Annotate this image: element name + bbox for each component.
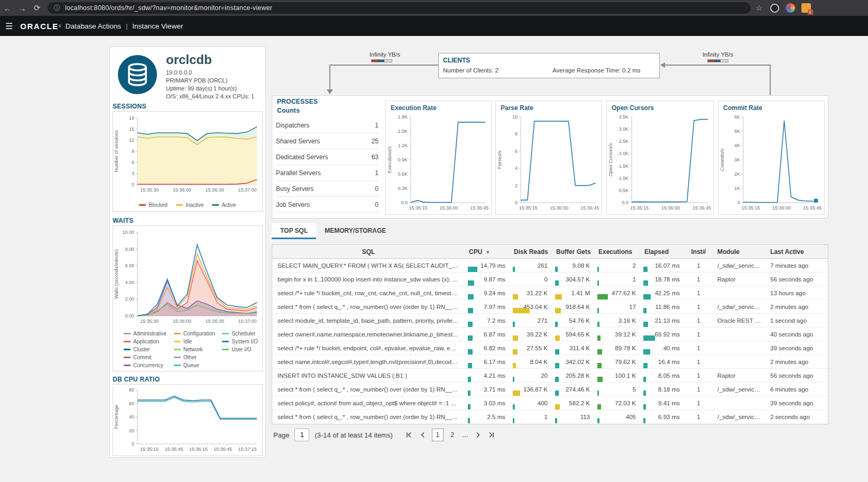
tab-memory-storage[interactable]: MEMORY/STORAGE bbox=[316, 223, 394, 239]
metric-bar bbox=[555, 267, 558, 272]
metric-bar bbox=[643, 404, 646, 410]
svg-text:0: 0 bbox=[737, 200, 740, 205]
waits-heading: WAITS bbox=[113, 217, 134, 224]
page-title: Instance Viewer bbox=[132, 22, 183, 30]
clients-panel: CLIENTS Number of Clients: 2 Average Res… bbox=[438, 53, 660, 78]
metric-bar bbox=[597, 294, 608, 299]
extension-icon[interactable]: 1 bbox=[801, 3, 811, 13]
processes-heading: PROCESSES bbox=[277, 98, 318, 105]
metric-bar bbox=[468, 404, 470, 410]
count-label: Dispatchers bbox=[276, 122, 309, 129]
metric-bar bbox=[513, 308, 530, 313]
table-row[interactable]: begin for x in 1..100000 loop insert int… bbox=[272, 272, 828, 286]
table-row[interactable]: select module_id, template_id, base_path… bbox=[272, 314, 828, 328]
count-value: 0 bbox=[375, 201, 378, 208]
page-number-button[interactable]: … bbox=[461, 431, 469, 439]
sql-cell: select * from ( select q_.* , row_number… bbox=[272, 386, 465, 393]
svg-text:15:36:00: 15:36:00 bbox=[173, 187, 191, 193]
column-header-sql[interactable]: SQL bbox=[272, 248, 465, 256]
legend-swatch bbox=[176, 204, 183, 206]
cpu-cell: 4.21 ms bbox=[465, 372, 510, 379]
table-row[interactable]: select name,intcol#,segcol#,type#,length… bbox=[272, 355, 828, 369]
next-page-button[interactable] bbox=[471, 429, 485, 441]
table-row[interactable]: select * from ( select q_.* , row_number… bbox=[272, 383, 828, 396]
count-label: Job Servers bbox=[276, 201, 310, 208]
sql-cell: select module_id, template_id, base_path… bbox=[272, 317, 465, 324]
column-header-executions[interactable]: Executions bbox=[594, 248, 640, 256]
last-active-cell: 56 seconds ago bbox=[766, 372, 828, 379]
legend-item: Queue bbox=[174, 361, 215, 369]
table-row[interactable]: select * from ( select q_.* , row_number… bbox=[272, 410, 828, 424]
table-row[interactable]: select owner#,name,namespace,remoteowner… bbox=[272, 328, 828, 341]
svg-text:15:36:45: 15:36:45 bbox=[580, 205, 599, 211]
rate-bar-red-segment bbox=[372, 60, 377, 62]
last-active-cell: 7 minutes ago bbox=[766, 262, 828, 269]
sql-cell: select * from ( select q_.* , row_number… bbox=[272, 414, 465, 420]
open-cursors-panel: Open Cursors 0.00.5K1.0K1.5K2.0K2.5K3.0K… bbox=[606, 101, 714, 215]
page-input[interactable] bbox=[294, 429, 309, 441]
table-row[interactable]: select policy#, action# from aud_object_… bbox=[272, 396, 828, 410]
column-header-cpu[interactable]: CPU▼ bbox=[465, 248, 510, 256]
svg-text:40: 40 bbox=[129, 414, 134, 420]
table-row[interactable]: select /*+ rule */ bucket_cnt, row_cnt, … bbox=[272, 286, 828, 300]
column-header-disk-reads[interactable]: Disk Reads bbox=[510, 248, 552, 256]
metric-bar bbox=[555, 280, 559, 286]
metric-bar bbox=[468, 390, 470, 396]
database-icon bbox=[117, 54, 158, 97]
db-cpu-chart: 02040608015:35:1515:35:4515:36:1515:36:4… bbox=[113, 386, 262, 454]
table-row[interactable]: select /*+ rule */ bucket, endpoint, col… bbox=[272, 341, 828, 355]
elapsed-cell: 16.4 ms bbox=[640, 359, 684, 365]
svg-text:5K: 5K bbox=[734, 129, 740, 134]
legend-swatch bbox=[174, 365, 181, 366]
tab-top-sql[interactable]: TOP SQL bbox=[272, 223, 316, 239]
legend-swatch bbox=[174, 349, 181, 350]
count-label: Shared Servers bbox=[276, 138, 320, 145]
sessions-chart: 036912151815:35:3015:36:0015:36:3015:37:… bbox=[113, 114, 262, 195]
svg-text:15:37:00: 15:37:00 bbox=[238, 319, 256, 324]
theme-toggle-icon[interactable] bbox=[770, 4, 779, 13]
first-page-button[interactable] bbox=[402, 429, 416, 441]
column-header-buffer-gets[interactable]: Buffer Gets bbox=[552, 248, 594, 256]
elapsed-cell: 8.05 ms bbox=[640, 372, 684, 379]
executions-cell: 3.16 K bbox=[594, 317, 640, 324]
bookmark-star-icon[interactable]: ☆ bbox=[756, 4, 763, 12]
forward-icon[interactable]: → bbox=[15, 4, 30, 13]
inst-cell: 1 bbox=[684, 262, 713, 269]
hamburger-menu-icon[interactable]: ☰ bbox=[5, 21, 13, 31]
profile-avatar[interactable] bbox=[786, 3, 795, 13]
last-page-button[interactable] bbox=[485, 429, 498, 441]
page-number-button[interactable]: 2 bbox=[449, 431, 456, 439]
table-row[interactable]: select * from ( select q_.* , row_number… bbox=[272, 300, 828, 314]
table-row[interactable]: SELECT MAIN_QUERY.* FROM ( WITH X AS( SE… bbox=[272, 259, 828, 272]
buffer-gets-cell: 594.65 K bbox=[552, 331, 594, 338]
column-header-last-active[interactable]: Last Active bbox=[766, 248, 828, 256]
metric-bar bbox=[597, 322, 599, 327]
table-header: SQLCPU▼Disk ReadsBuffer GetsExecutionsEl… bbox=[272, 245, 828, 259]
instance-uptime: Uptime: 99 day(s) 1 hour(s) bbox=[166, 85, 237, 92]
svg-text:10.00: 10.00 bbox=[122, 230, 134, 235]
svg-text:9: 9 bbox=[132, 149, 134, 154]
metric-bar bbox=[597, 349, 602, 354]
last-active-cell: 40 seconds ago bbox=[766, 331, 828, 338]
disk-reads-cell: 271 bbox=[510, 317, 552, 324]
sort-arrow-icon: ▼ bbox=[485, 250, 490, 255]
svg-text:3K: 3K bbox=[734, 157, 740, 162]
column-header-module[interactable]: Module bbox=[713, 248, 766, 256]
page-number-button[interactable]: 1 bbox=[432, 429, 444, 441]
inst-cell: 1 bbox=[684, 317, 713, 324]
svg-text:15:35:15: 15:35:15 bbox=[630, 205, 649, 211]
address-bar[interactable]: ⓘ localhost:8080/ords/hr/_sdw/?nav=monit… bbox=[48, 2, 751, 14]
column-header-elapsed[interactable]: Elapsed bbox=[640, 248, 684, 256]
back-icon[interactable]: ← bbox=[0, 4, 15, 13]
column-header-inst-[interactable]: Inst# bbox=[684, 248, 713, 256]
metric-bar bbox=[555, 335, 560, 341]
info-icon[interactable]: ⓘ bbox=[54, 4, 60, 13]
executions-cell: 1 bbox=[594, 276, 640, 283]
cpu-cell: 14.79 ms bbox=[465, 262, 510, 269]
table-row[interactable]: INSERT INTO INSTANCE_SDW VALUES (:B1 )4.… bbox=[272, 369, 828, 383]
reload-icon[interactable]: ⟳ bbox=[30, 3, 44, 13]
metric-bar bbox=[513, 294, 518, 299]
svg-text:15:35:15: 15:35:15 bbox=[140, 447, 159, 452]
process-count-row: Job Servers0 bbox=[276, 197, 378, 213]
previous-page-button[interactable] bbox=[416, 429, 430, 441]
